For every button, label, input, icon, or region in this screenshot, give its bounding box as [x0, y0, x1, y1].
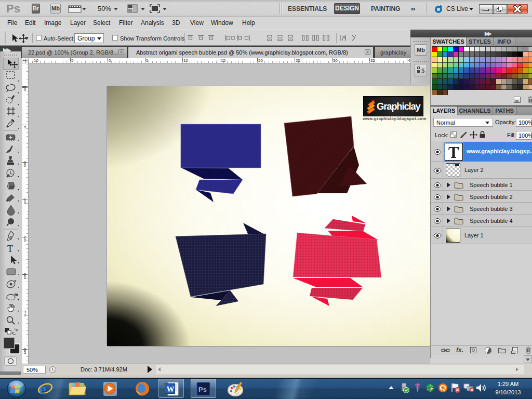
svg-text:W: W — [167, 385, 175, 393]
svg-text:Ps: Ps — [198, 385, 207, 393]
svg-text:e: e — [39, 380, 46, 397]
svg-text:T: T — [7, 244, 13, 254]
